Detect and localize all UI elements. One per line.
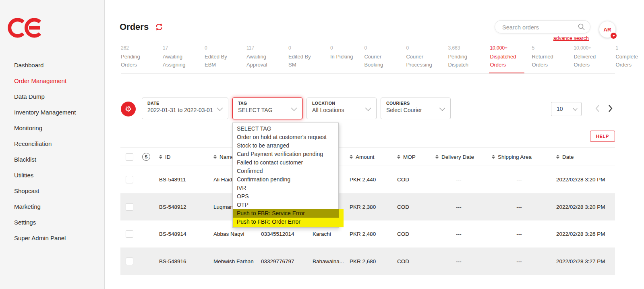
orders-table: S ID Name Amount MOP Delivery Date Shipp… [120, 148, 615, 275]
sort-icon [213, 155, 217, 159]
search-input[interactable] [501, 21, 576, 34]
column-header-label: ID [165, 154, 171, 160]
tab-label: Delivered Orders [574, 53, 604, 69]
tag-option-failed-to-contact[interactable]: Failed to contact customer [233, 158, 338, 167]
page-size-select[interactable]: 10 [551, 102, 582, 116]
avatar-menu-badge[interactable] [611, 33, 617, 39]
tab-count: 10,000+ [574, 45, 604, 51]
chevron-down-icon [217, 105, 223, 111]
tag-filter[interactable]: TAG SELECT TAG [232, 98, 302, 119]
sidebar-item-monitoring[interactable]: Monitoring [0, 120, 104, 136]
tag-option-otp[interactable]: OTP [233, 201, 338, 209]
tag-option-card-payment-verification[interactable]: Card Payment verification pending [233, 150, 338, 158]
row-checkbox[interactable] [126, 230, 133, 238]
column-header-label: Date [562, 154, 574, 160]
tag-option-push-to-fbr-service-error[interactable]: Push to FBR: Service Error [233, 209, 339, 218]
page-size-value: 10 [557, 106, 563, 112]
cell-delivery-date: --- [431, 220, 487, 247]
status-tab-awaiting-approval[interactable]: 117 Awaiting Approval [246, 45, 277, 73]
cell-shipping-area: --- [487, 166, 551, 193]
status-tab-returned-orders[interactable]: 5 Returned Orders [532, 45, 562, 73]
table-row: BS-548912 Luqman Lu PKR 2,380 COD --- --… [120, 193, 615, 220]
date-filter[interactable]: DATE 2022-01-31 to 2022-03-01 [142, 98, 228, 119]
sidebar-item-marketing[interactable]: Marketing [0, 199, 104, 214]
tab-label: Dispatched Orders [490, 53, 520, 69]
filter-settings-button[interactable]: ⚙ [121, 102, 136, 116]
advance-search-link[interactable]: advance search [548, 35, 589, 41]
column-header-shipping-area[interactable]: Shipping Area [487, 148, 551, 166]
row-checkbox[interactable] [126, 176, 133, 183]
sidebar-item-reconciliation[interactable]: Reconciliation [0, 136, 104, 152]
cell-phone: 03329776797 [256, 248, 308, 275]
column-header-id[interactable]: ID [154, 148, 209, 166]
help-button[interactable]: HELP [590, 131, 615, 142]
cell-order-id: BS-548916 [154, 248, 209, 275]
refresh-button[interactable] [155, 23, 163, 31]
select-all-checkbox[interactable] [126, 153, 133, 161]
page-header: Orders [120, 22, 163, 32]
sidebar-item-utilities[interactable]: Utilities [0, 167, 104, 183]
highlight-marker: Push to FBR: Service Error Push to FBR: … [233, 209, 344, 227]
row-checkbox[interactable] [126, 203, 133, 211]
status-tab-pending-dispatch[interactable]: 3,663 Pending Dispatch [448, 45, 478, 73]
tab-label: Edited By SM [288, 53, 319, 69]
tag-option-push-to-fbr-order-error[interactable]: Push to FBR: Order Error [233, 218, 344, 226]
tag-option-order-on-hold[interactable]: Order on hold at customer's request [233, 133, 338, 141]
cell-mop: COD [392, 248, 431, 275]
table-row: BS-548916 Mehwish Farhan 03329776797 Bah… [120, 248, 615, 275]
row-checkbox[interactable] [126, 258, 133, 265]
column-header-mop[interactable]: MOP [392, 148, 431, 166]
sidebar-item-inventory-management[interactable]: Inventory Management [0, 104, 104, 120]
status-tab-edited-by-ebm[interactable]: 0 Edited By EBM [205, 45, 235, 73]
tab-count: 3,663 [448, 45, 478, 51]
sidebar: Dashboard Order Management Data Dump Inv… [0, 0, 105, 289]
pagination-prev-button[interactable] [595, 104, 601, 114]
tag-option-ops[interactable]: OPS [233, 192, 338, 201]
cell-delivery-date: --- [431, 193, 487, 220]
tab-count: 0 [288, 45, 319, 51]
status-tab-in-picking[interactable]: 0 In Picking [330, 45, 353, 73]
sidebar-item-blacklist[interactable]: Blacklist [0, 152, 104, 167]
tag-option-ivr[interactable]: IVR [233, 184, 338, 192]
status-column-icon[interactable]: S [142, 153, 150, 161]
avatar-initials: AR [604, 27, 611, 33]
status-tab-edited-by-sm[interactable]: 0 Edited By SM [288, 45, 319, 73]
chevron-right-icon [607, 104, 613, 113]
tag-option-confirmed[interactable]: Confirmed [233, 167, 338, 175]
chevron-down-icon [573, 106, 577, 110]
sidebar-item-settings[interactable]: Settings [0, 214, 104, 230]
sidebar-item-shopcast[interactable]: Shopcast [0, 183, 104, 199]
status-tab-awaiting-assigning[interactable]: 17 Awaiting Assigning [163, 45, 193, 73]
status-tab-dispatched-orders[interactable]: 10,000+ Dispatched Orders [490, 45, 520, 73]
sidebar-item-dashboard[interactable]: Dashboard [0, 57, 104, 73]
tag-option-select-tag[interactable]: SELECT TAG [233, 125, 338, 133]
column-header-delivery-date[interactable]: Delivery Date [431, 148, 487, 166]
location-filter[interactable]: LOCATION All Locations [306, 98, 377, 119]
sort-icon [492, 155, 495, 159]
status-tab-courier-processing[interactable]: 0 Courier Processing [406, 45, 437, 73]
cell-city: Bahawalna... [308, 248, 345, 275]
couriers-filter[interactable]: COURIERS Select Courier [381, 98, 451, 119]
status-tab-delivered-orders[interactable]: 10,000+ Delivered Orders [574, 45, 604, 73]
avatar[interactable]: AR [599, 21, 616, 38]
column-header-date[interactable]: Date [551, 148, 615, 166]
status-tab-pending-orders[interactable]: 262 Pending Orders [121, 45, 151, 73]
date-filter-label: DATE [147, 101, 216, 106]
tab-count: 0 [364, 45, 395, 51]
brand-logo[interactable] [6, 16, 45, 41]
column-header-amount[interactable]: Amount [345, 148, 392, 166]
search-icon[interactable] [578, 23, 586, 33]
tag-option-stock-to-be-arranged[interactable]: Stock to be arranged [233, 141, 338, 150]
tag-option-confirmation-pending[interactable]: Confirmation pending [233, 175, 338, 184]
pagination-next-button[interactable] [607, 104, 613, 114]
sidebar-nav: Dashboard Order Management Data Dump Inv… [0, 57, 104, 246]
cell-order-id: BS-548912 [154, 193, 209, 220]
status-tab-courier-booking[interactable]: 0 Courier Booking [364, 45, 395, 73]
status-tab-complete-orders[interactable]: 1 Complete Orders [615, 45, 644, 73]
sidebar-item-super-admin-panel[interactable]: Super Admin Panel [0, 230, 104, 246]
cell-date: 2022/02/28 3:20 PM [551, 193, 615, 220]
sidebar-item-order-management[interactable]: Order Management [0, 73, 104, 89]
page-title: Orders [120, 22, 149, 32]
cell-date: 2022/02/28 3:26 PM [551, 220, 615, 247]
sidebar-item-data-dump[interactable]: Data Dump [0, 89, 104, 104]
